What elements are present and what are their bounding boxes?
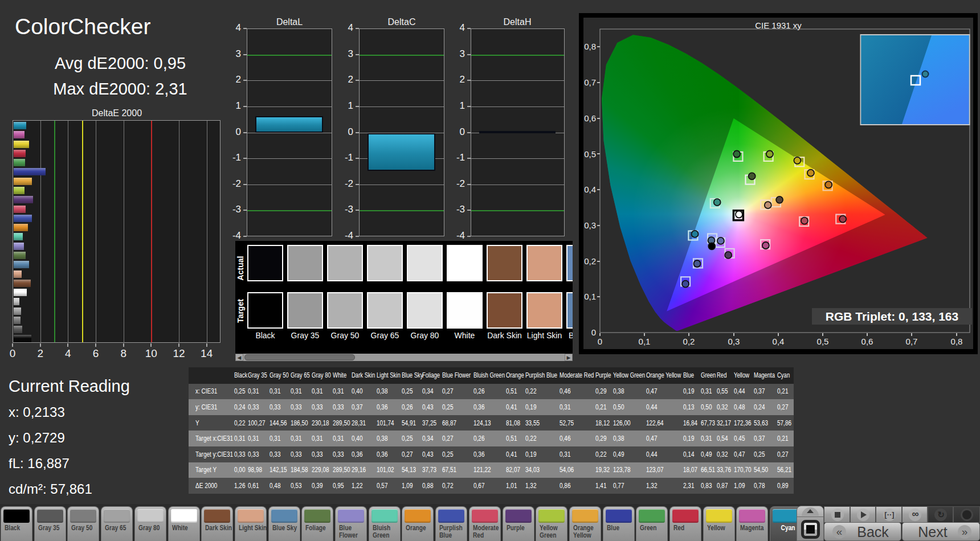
svg-text:0,3: 0,3: [728, 337, 740, 346]
svg-text:0,7: 0,7: [584, 77, 596, 87]
svg-text:0,5: 0,5: [584, 149, 596, 159]
svg-text:0,2: 0,2: [584, 256, 596, 266]
svg-text:0,4: 0,4: [773, 337, 785, 346]
svg-text:0,4: 0,4: [584, 185, 596, 194]
svg-text:0,1: 0,1: [584, 292, 596, 301]
svg-text:0,7: 0,7: [906, 337, 918, 346]
svg-text:0,8: 0,8: [951, 337, 963, 346]
svg-text:0,6: 0,6: [861, 337, 873, 346]
svg-text:0: 0: [598, 337, 602, 346]
svg-text:0,6: 0,6: [584, 113, 596, 123]
svg-text:0,2: 0,2: [683, 337, 695, 346]
svg-text:0: 0: [591, 327, 596, 337]
svg-text:0,3: 0,3: [584, 220, 596, 230]
svg-text:0,8: 0,8: [584, 42, 596, 51]
svg-text:0,5: 0,5: [817, 337, 829, 346]
svg-text:0,1: 0,1: [639, 337, 651, 346]
